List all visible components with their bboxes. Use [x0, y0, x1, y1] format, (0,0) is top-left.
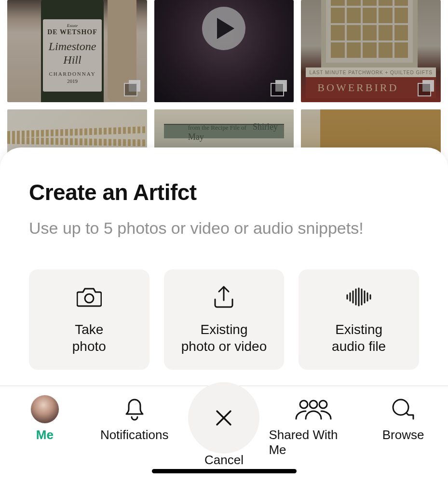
tile-text: LAST MINUTE PATCHWORK + QUILTED GIFTS [306, 67, 436, 77]
stack-icon [125, 80, 140, 95]
tab-me[interactable]: Me [0, 398, 90, 442]
create-artifct-sheet: Create an Artifct Use up to 5 photos or … [0, 147, 448, 482]
existing-photo-video-button[interactable]: Existing photo or video [164, 269, 285, 370]
audio-wave-icon [345, 284, 372, 309]
cancel-circle [188, 382, 259, 454]
avatar [31, 395, 59, 423]
tab-label: Me [36, 428, 54, 442]
home-indicator [152, 469, 297, 473]
tab-label: Notifications [100, 428, 169, 442]
tile-text: 2019 [46, 78, 99, 84]
stack-icon [419, 80, 434, 95]
tab-notifications[interactable]: Notifications [90, 398, 179, 442]
search-icon [391, 398, 415, 421]
media-tile[interactable] [154, 0, 294, 102]
svg-point-13 [310, 401, 317, 408]
stack-icon [272, 80, 287, 95]
upload-icon [212, 284, 235, 309]
tab-shared-with-me[interactable]: Shared With Me [269, 398, 358, 457]
tile-text: CHARDONNAY [46, 71, 99, 77]
tile-text: DE WETSHOF [46, 28, 99, 37]
option-label: Existing photo or video [181, 321, 267, 355]
create-option-row: Take photo Existing photo or video [29, 269, 419, 370]
close-icon [214, 408, 233, 428]
camera-icon [77, 284, 102, 309]
take-photo-button[interactable]: Take photo [29, 269, 149, 370]
people-icon [293, 398, 334, 421]
media-tile[interactable]: LAST MINUTE PATCHWORK + QUILTED GIFTS BO… [301, 0, 441, 102]
tab-label: Shared With Me [269, 428, 358, 457]
tile-text: Limestone Hill [46, 40, 99, 67]
media-tile[interactable]: Estate DE WETSHOF Limestone Hill CHARDON… [7, 0, 147, 102]
play-icon[interactable] [202, 7, 245, 50]
option-label: Take photo [72, 321, 106, 355]
tab-browse[interactable]: Browse [358, 398, 448, 442]
svg-point-0 [85, 294, 94, 303]
svg-point-14 [319, 401, 327, 408]
option-label: Existing audio file [332, 321, 386, 355]
existing-audio-button[interactable]: Existing audio file [299, 269, 419, 370]
tab-label: Browse [382, 428, 424, 442]
sheet-subtitle: Use up to 5 photos or video or audio sni… [29, 219, 419, 238]
svg-point-12 [300, 401, 308, 408]
bell-icon [124, 398, 145, 421]
sheet-title: Create an Artifct [29, 179, 419, 205]
tab-cancel[interactable]: Cancel [179, 398, 269, 468]
tab-label: Cancel [204, 453, 244, 468]
bottom-tab-bar: Me Notifications Cancel [0, 386, 448, 482]
tile-text: BOWERBIRD [306, 77, 436, 98]
